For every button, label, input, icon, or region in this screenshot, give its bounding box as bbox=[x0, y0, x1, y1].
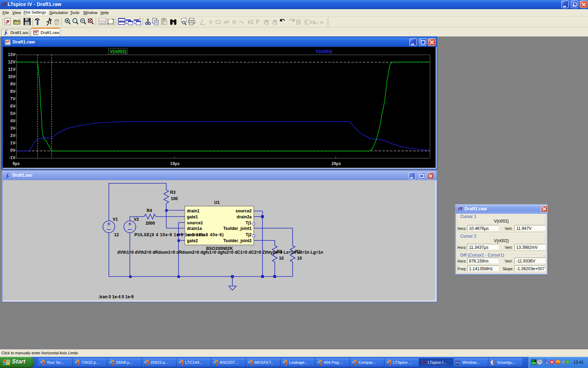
svg-text:29µs: 29µs bbox=[331, 161, 341, 166]
svg-text:ɔp: ɔp bbox=[320, 20, 324, 24]
svg-text:6V: 6V bbox=[10, 104, 15, 109]
svg-text:dVth1=0 dVth2=0 dRdson1=0 dRds: dVth1=0 dVth2=0 dRdson1=0 dRdson2=0 dgfs… bbox=[117, 250, 323, 255]
svg-text:Tsolder_joint1: Tsolder_joint1 bbox=[223, 226, 252, 231]
svg-text:U1: U1 bbox=[214, 200, 220, 205]
svg-text:11V: 11V bbox=[8, 67, 15, 72]
svg-text:a: a bbox=[316, 20, 318, 25]
svg-text:drain2a: drain2a bbox=[237, 214, 252, 219]
svg-text:8V: 8V bbox=[10, 89, 15, 94]
svg-text:-1V: -1V bbox=[9, 155, 15, 160]
svg-text:9µs: 9µs bbox=[13, 161, 20, 166]
svg-text:2V: 2V bbox=[10, 133, 15, 138]
svg-text:drain1: drain1 bbox=[187, 209, 200, 213]
svg-text:gate2: gate2 bbox=[187, 238, 198, 243]
svg-text:9V: 9V bbox=[10, 82, 15, 87]
svg-text:19µs: 19µs bbox=[170, 161, 180, 166]
svg-text:12: 12 bbox=[114, 232, 119, 237]
svg-text:R4: R4 bbox=[147, 208, 152, 213]
svg-text:V2: V2 bbox=[134, 217, 139, 222]
svg-text:5V: 5V bbox=[10, 111, 15, 116]
svg-text:V(n004): V(n004) bbox=[316, 49, 332, 54]
svg-text:10: 10 bbox=[297, 256, 302, 261]
svg-text:10V: 10V bbox=[8, 74, 15, 79]
svg-text:0V: 0V bbox=[10, 148, 15, 153]
svg-text:3V: 3V bbox=[10, 126, 15, 131]
svg-text:13V: 13V bbox=[8, 52, 15, 57]
svg-text:source1: source1 bbox=[187, 220, 203, 225]
svg-text:gate1: gate1 bbox=[187, 214, 198, 219]
svg-text:source1a: source1a bbox=[187, 232, 205, 237]
svg-text:10: 10 bbox=[279, 256, 284, 261]
svg-text:drain1a: drain1a bbox=[187, 226, 202, 231]
svg-text:V(n002): V(n002) bbox=[110, 49, 126, 54]
svg-text:.tran 0 1e-4 0 1e-9: .tran 0 1e-4 0 1e-9 bbox=[98, 294, 134, 299]
svg-text:A: A bbox=[312, 20, 316, 25]
svg-text:12V: 12V bbox=[8, 60, 15, 64]
svg-text:R3: R3 bbox=[170, 190, 176, 195]
svg-text:1V: 1V bbox=[10, 141, 15, 145]
svg-text:Tj2: Tj2 bbox=[246, 232, 252, 237]
svg-text:source2: source2 bbox=[236, 209, 252, 213]
svg-text:V1: V1 bbox=[113, 217, 118, 222]
svg-text:Tsolder_joint2: Tsolder_joint2 bbox=[223, 238, 252, 243]
svg-text:100: 100 bbox=[171, 196, 178, 201]
svg-text:R2: R2 bbox=[295, 249, 301, 254]
svg-text:4V: 4V bbox=[10, 118, 15, 123]
svg-text:2000: 2000 bbox=[146, 221, 155, 226]
svg-text:PULSE(0 4 10e-6 1e-9 1e-9 10e-: PULSE(0 4 10e-6 1e-9 1e-9 10e-6 40e-6) bbox=[134, 232, 224, 237]
svg-text:7V: 7V bbox=[10, 96, 15, 101]
svg-text:R1: R1 bbox=[277, 249, 282, 254]
svg-text:Tj1: Tj1 bbox=[246, 220, 252, 225]
